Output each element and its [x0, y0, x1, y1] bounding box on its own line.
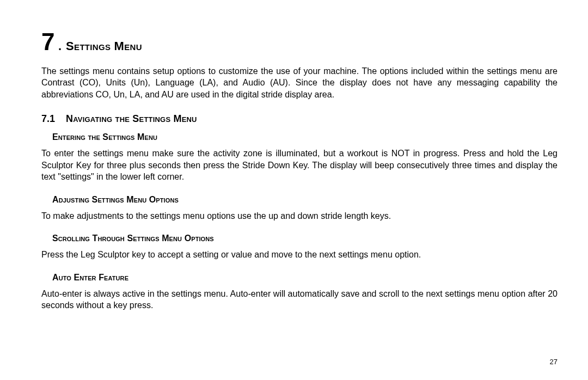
chapter-heading: 7 . Settings Menu: [41, 28, 558, 56]
subsection-title-scrolling: Scrolling Through Settings Menu Options: [52, 234, 558, 243]
subsection-title-autoenter: Auto Enter Feature: [52, 273, 558, 283]
chapter-dot: .: [58, 39, 62, 53]
page-number: 27: [550, 358, 558, 366]
subsection-body-adjusting: To make adjustments to the settings menu…: [41, 210, 558, 222]
chapter-title: Settings Menu: [66, 39, 142, 53]
subsection-body-autoenter: Auto-enter is always active in the setti…: [41, 288, 558, 311]
subsection-title-entering: Entering the Settings Menu: [52, 132, 558, 142]
subsection-body-scrolling: Press the Leg Sculptor key to accept a s…: [41, 249, 558, 260]
subsection-title-adjusting: Adjusting Settings Menu Options: [52, 195, 558, 205]
chapter-intro-paragraph: The settings menu contains setup options…: [41, 65, 558, 100]
section-title: Navigating the Settings Menu: [66, 113, 197, 125]
subsection-body-entering: To enter the settings menu make sure the…: [41, 148, 558, 182]
chapter-number: 7: [41, 28, 55, 56]
section-number: 7.1: [41, 113, 55, 125]
manual-page: 7 . Settings Menu The settings menu cont…: [0, 0, 588, 380]
section-heading: 7.1 Navigating the Settings Menu: [41, 113, 558, 125]
